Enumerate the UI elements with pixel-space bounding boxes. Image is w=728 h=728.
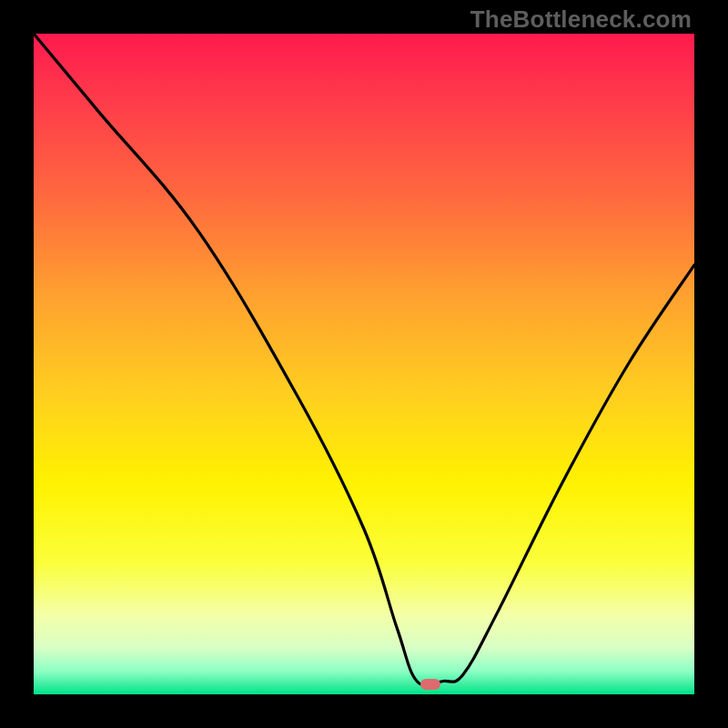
optimal-point-marker bbox=[420, 679, 440, 690]
plot-area bbox=[34, 34, 694, 694]
svg-rect-0 bbox=[34, 34, 694, 694]
chart-frame: TheBottleneck.com bbox=[0, 0, 728, 728]
heat-gradient-background bbox=[34, 34, 694, 694]
watermark-text: TheBottleneck.com bbox=[470, 5, 692, 34]
